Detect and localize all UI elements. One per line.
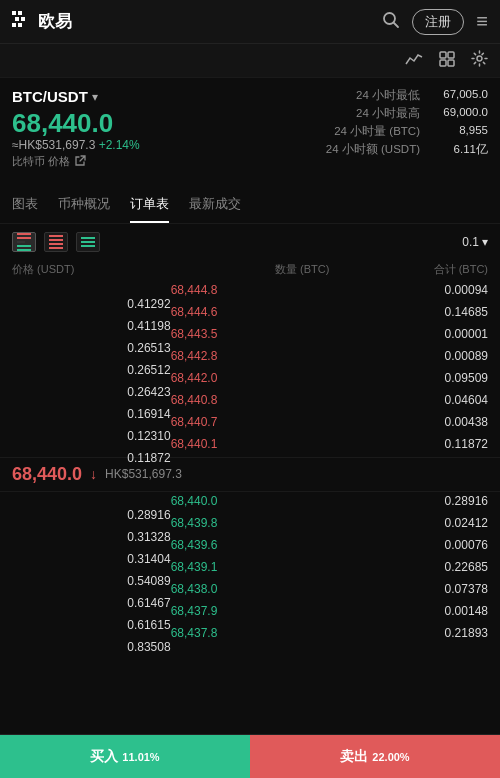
ask-qty: 0.00094 [329,283,488,297]
stat-low: 24 小时最低 67,005.0 [356,88,488,103]
logo-icon [12,11,34,33]
bid-price: 68,439.6 [171,538,330,552]
bid-qty: 0.00148 [329,604,488,618]
bid-row[interactable]: 68,440.0 0.28916 0.28916 [0,492,500,514]
bids-container: 68,440.0 0.28916 0.28916 68,439.8 0.0241… [0,492,500,646]
price-left: BTC/USDT ▾ 68,440.0 ≈HK$531,697.3 +2.14%… [12,88,245,169]
pair-name: BTC/USDT [12,88,88,105]
bid-qty: 0.21893 [329,626,488,640]
orderbook: 0.1 ▾ 价格 (USDT) 数量 (BTC) 合计 (BTC) 68,444… [0,224,500,646]
orderbook-toolbar: 0.1 ▾ [0,224,500,260]
coin-label: 比特币 价格 [12,154,245,169]
ask-price: 68,444.8 [171,283,330,297]
bottom-bar: 买入 11.01% 卖出 22.00% [0,734,500,778]
bid-total: 0.61467 [12,596,171,610]
decimal-chevron-icon: ▾ [482,235,488,249]
bid-qty: 0.22685 [329,560,488,574]
logo: 欧易 [12,10,72,33]
hk-price: ≈HK$531,697.3 +2.14% [12,138,245,152]
menu-icon[interactable]: ≡ [476,10,488,33]
bid-total: 0.28916 [12,508,171,522]
ask-price: 68,440.1 [171,437,330,451]
tab-chart[interactable]: 图表 [12,187,38,223]
ask-qty: 0.04604 [329,393,488,407]
hk-price-value: ≈HK$531,697.3 [12,138,95,152]
chart-line-icon[interactable] [405,52,423,70]
ask-qty: 0.14685 [329,305,488,319]
svg-rect-2 [15,17,19,21]
buy-button[interactable]: 买入 11.01% [0,735,250,778]
header-actions: 注册 ≡ [382,9,488,35]
bid-price: 68,439.8 [171,516,330,530]
ask-total: 0.26513 [12,341,171,355]
svg-rect-10 [440,60,446,66]
svg-rect-8 [440,52,446,58]
view-asks-button[interactable] [44,232,68,252]
register-button[interactable]: 注册 [412,9,464,35]
bid-price: 68,438.0 [171,582,330,596]
pair-selector[interactable]: BTC/USDT ▾ [12,88,245,105]
ask-qty: 0.09509 [329,371,488,385]
qty-header: 数量 (BTC) [171,262,330,277]
bid-price: 68,437.9 [171,604,330,618]
price-right: 24 小时最低 67,005.0 24 小时最高 69,000.0 24 小时量… [255,88,488,169]
decimal-selector[interactable]: 0.1 ▾ [462,235,488,249]
svg-point-12 [477,56,482,61]
view-bids-button[interactable] [76,232,100,252]
ask-price: 68,444.6 [171,305,330,319]
asks-container: 68,444.8 0.00094 0.41292 68,444.6 0.1468… [0,281,500,457]
change-pct: +2.14% [99,138,140,152]
sell-button[interactable]: 卖出 22.00% [250,735,500,778]
total-header: 合计 (BTC) [329,262,488,277]
stat-vol-btc: 24 小时量 (BTC) 8,955 [334,124,488,139]
grid-icon[interactable] [439,51,455,71]
sub-header [0,44,500,78]
mid-hk-price: HK$531,697.3 [105,467,182,481]
ask-row[interactable]: 68,444.8 0.00094 0.41292 [0,281,500,303]
svg-rect-5 [18,23,22,27]
settings-icon[interactable] [471,50,488,71]
search-icon[interactable] [382,11,400,33]
view-both-button[interactable] [12,232,36,252]
stat-vol-usdt: 24 小时额 (USDT) 6.11亿 [326,142,488,157]
ask-total: 0.12310 [12,429,171,443]
orderbook-headers: 价格 (USDT) 数量 (BTC) 合计 (BTC) [0,260,500,281]
svg-rect-9 [448,52,454,58]
ask-qty: 0.11872 [329,437,488,451]
ask-qty: 0.00089 [329,349,488,363]
ask-price: 68,443.5 [171,327,330,341]
mid-arrow-icon: ↓ [90,466,97,482]
external-link-icon [74,155,86,167]
bid-qty: 0.28916 [329,494,488,508]
bid-total: 0.61615 [12,618,171,632]
header: 欧易 注册 ≡ [0,0,500,44]
svg-rect-4 [12,23,16,27]
ask-total: 0.41292 [12,297,171,311]
bid-price: 68,437.8 [171,626,330,640]
ask-qty: 0.00001 [329,327,488,341]
ask-price: 68,442.8 [171,349,330,363]
tabs: 图表 币种概况 订单表 最新成交 [0,187,500,224]
tab-orderbook[interactable]: 订单表 [130,187,169,223]
logo-text: 欧易 [38,10,72,33]
ask-total: 0.11872 [12,451,171,465]
bid-total: 0.54089 [12,574,171,588]
tab-trades[interactable]: 最新成交 [189,187,241,223]
ask-price: 68,442.0 [171,371,330,385]
svg-rect-1 [18,11,22,15]
mid-price: 68,440.0 [12,464,82,485]
ask-total: 0.16914 [12,407,171,421]
tab-overview[interactable]: 币种概况 [58,187,110,223]
stat-high: 24 小时最高 69,000.0 [356,106,488,121]
ask-total: 0.26512 [12,363,171,377]
ask-total: 0.41198 [12,319,171,333]
bid-total: 0.31328 [12,530,171,544]
svg-rect-0 [12,11,16,15]
bid-price: 68,439.1 [171,560,330,574]
ask-qty: 0.00438 [329,415,488,429]
price-header: 价格 (USDT) [12,262,171,277]
ask-price: 68,440.7 [171,415,330,429]
svg-line-7 [394,22,399,27]
chevron-down-icon: ▾ [92,90,98,104]
bid-qty: 0.02412 [329,516,488,530]
